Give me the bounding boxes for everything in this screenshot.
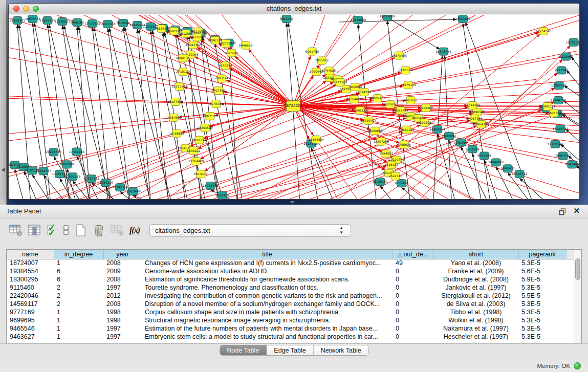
network-node[interactable]: 9446828 xyxy=(239,41,253,49)
network-node[interactable]: 12444158 xyxy=(551,97,567,104)
network-node[interactable]: 9631209 xyxy=(466,145,480,153)
table-row[interactable]: 946362711997Embryonic stem cells: a mode… xyxy=(7,333,575,341)
network-node[interactable]: 10944022 xyxy=(488,159,504,166)
table-cell[interactable]: Yano et al. (2008) xyxy=(433,259,518,267)
minimize-button[interactable] xyxy=(23,6,29,12)
network-node[interactable]: 8878334 xyxy=(192,136,206,144)
network-node[interactable]: 10033809 xyxy=(351,16,366,24)
network-node[interactable]: 9891559 xyxy=(477,152,491,160)
table-header-row[interactable]: namein_degreeyeartitle△out_de...shortpag… xyxy=(7,250,575,259)
table-cell[interactable]: 1998 xyxy=(103,316,142,324)
network-node[interactable]: 14671355 xyxy=(100,20,116,28)
column-settings-icon[interactable] xyxy=(28,224,41,236)
network-node[interactable]: 6794028 xyxy=(322,67,336,75)
table-cell[interactable]: Nakamura et al. (1997) xyxy=(433,324,518,333)
table-cell[interactable]: 9465546 xyxy=(7,324,54,333)
table-cell[interactable]: Franke et al. (2009) xyxy=(433,267,518,275)
delete-table-icon[interactable] xyxy=(93,224,105,237)
table-row[interactable]: 1872400712008Changes of HCN gene express… xyxy=(7,259,575,267)
table-cell[interactable]: 14569117 xyxy=(7,300,54,308)
tab-network-table[interactable]: Network Table xyxy=(314,345,368,355)
network-node[interactable]: 9329966 xyxy=(559,53,573,60)
network-node[interactable]: 15276021 xyxy=(55,17,71,25)
table-cell[interactable]: Embryonic stem cells: a model to study s… xyxy=(142,333,393,341)
table-row[interactable]: 977716911998Corpus callosum shape and si… xyxy=(7,308,575,316)
table-cell[interactable]: 5.3E-5 xyxy=(518,316,566,324)
float-panel-icon[interactable] xyxy=(559,208,567,215)
memory-status-indicator[interactable] xyxy=(574,362,581,369)
table-row[interactable]: 1456911722003Disruption of a novel membe… xyxy=(7,300,575,308)
window-title-bar[interactable]: citations_edges.txt xyxy=(9,4,579,14)
network-node[interactable]: 12093572 xyxy=(551,82,567,90)
control-panel-splitter[interactable] xyxy=(0,0,7,205)
table-cell[interactable]: 1 xyxy=(54,259,103,267)
network-node[interactable]: 16954302 xyxy=(555,152,571,160)
table-cell[interactable]: 0 xyxy=(393,300,433,308)
network-node[interactable]: 19654933 xyxy=(166,114,182,121)
table-cell[interactable]: de Silva et al. (2003) xyxy=(433,300,518,308)
table-row[interactable]: 1938455462009Genome-wide association stu… xyxy=(7,267,575,275)
table-cell[interactable]: 1 xyxy=(54,308,103,316)
table-cell[interactable]: 1997 xyxy=(103,333,142,341)
network-node[interactable]: 9245450 xyxy=(501,165,515,172)
table-scrollbar[interactable] xyxy=(574,250,581,343)
network-node[interactable]: 9227343 xyxy=(555,67,569,74)
network-node[interactable]: 6961758 xyxy=(306,48,319,55)
table-cell[interactable]: 1997 xyxy=(103,283,142,292)
close-button[interactable] xyxy=(13,6,19,12)
tab-edge-table[interactable]: Edge Table xyxy=(267,345,313,355)
column-header[interactable]: in_degree xyxy=(54,250,103,259)
table-cell[interactable]: Stergiakouli et al. (2012) xyxy=(433,292,518,300)
new-document-icon[interactable] xyxy=(75,224,87,237)
table-cell[interactable]: Disruption of a novel member of a sodium… xyxy=(142,300,393,308)
splitter-collapse-icon[interactable] xyxy=(2,168,5,172)
table-cell[interactable]: Wolkin et al. (1998) xyxy=(433,316,518,324)
network-node[interactable]: 16905331 xyxy=(25,15,41,23)
table-cell[interactable]: Estimation of the future numbers of pati… xyxy=(142,324,393,333)
table-row[interactable]: 946554611997Estimation of the future num… xyxy=(7,324,575,333)
table-selector-dropdown[interactable]: citations_edges.txt ▲▼ xyxy=(149,224,351,237)
table-cell[interactable]: 0 xyxy=(393,333,433,341)
network-node[interactable]: 2803144 xyxy=(215,75,229,82)
table-cell[interactable]: 1 xyxy=(54,333,103,341)
network-node[interactable]: 10023809 xyxy=(455,15,471,23)
table-cell[interactable]: Jankovic et al. (1997) xyxy=(433,283,518,292)
pane-splitter-handle[interactable] xyxy=(290,201,295,204)
table-cell[interactable]: 2 xyxy=(54,300,103,308)
table-cell[interactable]: 5.6E-5 xyxy=(518,267,566,275)
table-cell[interactable]: 0 xyxy=(393,308,433,316)
table-cell[interactable]: 18724007 xyxy=(7,259,54,267)
table-cell[interactable]: 1 xyxy=(54,316,103,324)
table-cell[interactable]: 19384554 xyxy=(7,267,54,275)
citation-network-graph[interactable]: 2520533116905331106532871527602194661601… xyxy=(9,15,579,199)
table-cell[interactable]: Estimation of significance thresholds fo… xyxy=(142,275,393,283)
table-cell[interactable]: Structural magnetic resonance image aver… xyxy=(142,316,393,324)
scrollbar-thumb[interactable] xyxy=(575,258,580,280)
table-cell[interactable]: Dudbridge et al. (2008) xyxy=(433,275,518,283)
table-cell[interactable]: 0 xyxy=(393,324,433,333)
table-cell[interactable]: 5.9E-5 xyxy=(518,275,566,283)
table-cell[interactable]: Hescheler et al. (1997) xyxy=(433,333,518,341)
network-node[interactable]: 9197588 xyxy=(60,161,74,168)
network-node[interactable]: 6914479 xyxy=(194,170,208,178)
table-row[interactable]: 969969511998Structural magnetic resonanc… xyxy=(7,316,575,324)
table-cell[interactable]: 9699695 xyxy=(7,316,54,324)
table-cell[interactable]: 0 xyxy=(393,316,433,324)
close-panel-icon[interactable]: ✕ xyxy=(573,206,580,215)
table-row[interactable]: 2242004622012Investigating the contribut… xyxy=(7,292,575,300)
table-cell[interactable]: 5.3E-5 xyxy=(518,300,566,308)
column-header[interactable]: △out_de... xyxy=(393,250,433,259)
network-node[interactable]: 16958107 xyxy=(98,179,114,187)
network-node[interactable]: 7955812 xyxy=(315,57,329,64)
network-node[interactable]: 16648784 xyxy=(435,48,451,55)
network-node[interactable]: 9463627 xyxy=(404,97,418,104)
table-cell[interactable]: 49 xyxy=(393,259,433,267)
network-node[interactable]: 10807487 xyxy=(369,95,385,102)
network-node[interactable]: 1990448 xyxy=(310,68,323,76)
table-cell[interactable]: Genome-wide association studies in ADHD. xyxy=(142,267,393,275)
table-cell[interactable]: 0 xyxy=(393,292,433,300)
table-cell[interactable]: 18300295 xyxy=(7,275,54,283)
table-cell[interactable]: 5.3E-5 xyxy=(518,283,566,292)
table-cell[interactable]: 2003 xyxy=(103,300,142,308)
table-cell[interactable]: 2008 xyxy=(103,259,142,267)
